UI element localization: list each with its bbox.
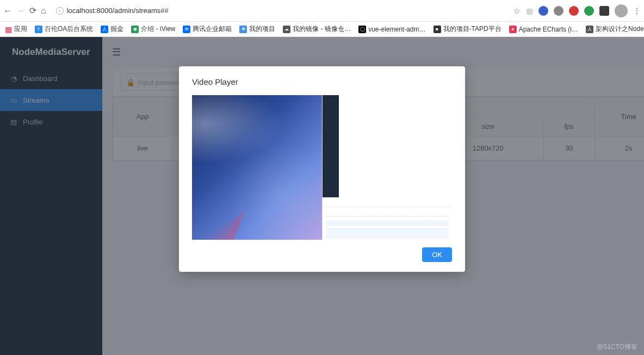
watermark: @51CTO博客 (597, 342, 637, 352)
bookmark-label: 我的镜像 - 镜像仓… (293, 24, 351, 34)
bookmark-favicon: T (35, 26, 42, 33)
nav-home-icon[interactable]: ⌂ (41, 6, 46, 16)
bookmark-favicon: ☁ (283, 26, 290, 33)
ok-button[interactable]: OK (422, 247, 452, 262)
ext-icon-1[interactable] (538, 6, 548, 16)
modal-title: Video Player (192, 77, 452, 86)
ext-icon-5[interactable] (599, 6, 609, 16)
video-player[interactable] (192, 95, 452, 240)
bookmark-label: 我的项目-TAPD平台 (443, 24, 501, 34)
bookmark-favicon: ✉ (183, 26, 190, 33)
bookmark-label: 介绍 - iView (141, 24, 175, 34)
bookmark-label: 我的项目 (249, 24, 275, 34)
bookmark-item-2[interactable]: 人掘金 (101, 24, 123, 34)
bookmark-favicon: ■ (434, 26, 441, 33)
bookmark-favicon: 人 (101, 26, 108, 33)
bookmark-label: 百伦OA后台系统 (45, 24, 93, 34)
bookmark-favicon: ❖ (239, 26, 247, 33)
avatar-icon[interactable] (615, 4, 628, 17)
bookmark-favicon: 人 (586, 26, 593, 33)
menu-icon[interactable]: ⋮ (633, 7, 641, 15)
bookmark-favicon: ◯ (358, 26, 366, 33)
ext-icon-3[interactable] (569, 6, 579, 16)
url-text: localhost:8000/admin/streams## (67, 7, 169, 15)
bookmark-item-0[interactable]: ▦应用 (4, 24, 27, 34)
star-icon[interactable]: ☆ (513, 7, 521, 15)
bookmark-item-1[interactable]: T百伦OA后台系统 (35, 24, 93, 34)
bookmark-item-3[interactable]: ◉介绍 - iView (131, 24, 175, 34)
bookmark-favicon: ▦ (4, 26, 12, 33)
bookmark-label: 掘金 (110, 24, 123, 34)
nav-forward-icon[interactable]: → (16, 6, 25, 16)
bookmark-item-9[interactable]: ●Apache ECharts (i… (509, 26, 578, 33)
bookmark-favicon: ◉ (131, 26, 139, 33)
nav-refresh-icon[interactable]: ⟳ (29, 5, 36, 16)
bookmark-item-5[interactable]: ❖我的项目 (239, 24, 275, 34)
bookmark-label: 应用 (14, 24, 27, 34)
bookmark-item-10[interactable]: 人架构设计之NodeJS… (586, 24, 644, 34)
bookmark-label: 腾讯企业邮箱 (193, 24, 232, 34)
nav-back-icon[interactable]: ← (3, 6, 12, 16)
ext-icon-2[interactable] (554, 6, 564, 16)
bookmark-label: Apache ECharts (i… (519, 26, 578, 33)
site-info-icon[interactable]: i (56, 7, 64, 15)
bookmark-item-6[interactable]: ☁我的镜像 - 镜像仓… (283, 24, 351, 34)
video-player-modal: Video Player OK (179, 66, 465, 272)
modal-overlay: Video Player OK (0, 37, 644, 355)
ext-icon-4[interactable] (584, 6, 594, 16)
apps-grid-icon[interactable]: ▦ (526, 7, 533, 15)
bookmark-label: 架构设计之NodeJS… (596, 24, 644, 34)
bookmark-item-4[interactable]: ✉腾讯企业邮箱 (183, 24, 232, 34)
bookmark-label: vue-element-adm… (368, 26, 425, 33)
bookmark-item-8[interactable]: ■我的项目-TAPD平台 (434, 24, 501, 34)
bookmark-favicon: ● (509, 26, 517, 33)
bookmark-item-7[interactable]: ◯vue-element-adm… (358, 26, 425, 33)
